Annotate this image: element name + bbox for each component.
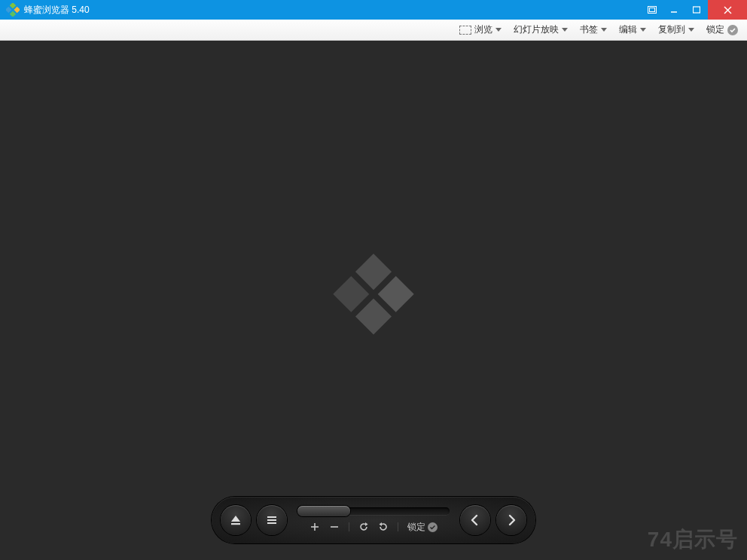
bookmark-menu[interactable]: 书签: [580, 23, 607, 36]
maximize-button[interactable]: [685, 0, 708, 20]
menu-button[interactable]: [257, 505, 287, 535]
previous-button[interactable]: [460, 505, 490, 535]
control-tools: 锁定: [297, 521, 450, 534]
copyto-label: 复制到: [658, 23, 685, 36]
eject-button[interactable]: [221, 505, 251, 535]
svg-rect-1: [14, 7, 20, 13]
close-button[interactable]: [708, 0, 747, 20]
slideshow-menu[interactable]: 幻灯片放映: [514, 23, 568, 36]
next-button[interactable]: [496, 505, 526, 535]
titlebar: 蜂蜜浏览器 5.40: [0, 0, 747, 20]
check-circle-icon: [727, 25, 738, 35]
separator: [398, 522, 398, 531]
toolbar: 浏览 幻灯片放映 书签 编辑 复制到 锁定: [0, 20, 747, 41]
svg-rect-18: [267, 522, 276, 524]
chevron-down-icon: [495, 28, 502, 32]
svg-rect-17: [267, 519, 276, 521]
progress-slider[interactable]: [297, 507, 450, 515]
browse-menu[interactable]: 浏览: [459, 23, 502, 36]
fullscreen-button[interactable]: [642, 0, 663, 20]
chevron-down-icon: [688, 28, 694, 32]
svg-rect-10: [355, 254, 392, 290]
chevron-down-icon: [562, 28, 568, 32]
svg-rect-5: [650, 8, 655, 12]
chevron-down-icon: [601, 28, 607, 32]
edit-label: 编辑: [619, 23, 637, 36]
svg-rect-2: [6, 7, 12, 13]
bookmark-label: 书签: [580, 23, 598, 36]
lock-label-bottom: 锁定: [407, 521, 425, 534]
lock-toggle[interactable]: 锁定: [706, 23, 738, 36]
svg-rect-16: [267, 516, 276, 518]
slideshow-label: 幻灯片放映: [514, 23, 559, 36]
separator: [349, 522, 349, 531]
window-controls: [642, 0, 747, 20]
svg-rect-7: [694, 7, 700, 13]
zoom-out-button[interactable]: [329, 522, 340, 532]
check-circle-icon: [428, 522, 438, 532]
svg-marker-22: [365, 522, 368, 526]
svg-marker-23: [380, 522, 383, 526]
svg-rect-3: [10, 11, 16, 17]
rotate-left-button[interactable]: [358, 522, 369, 532]
lock-toggle-bottom[interactable]: 锁定: [407, 521, 438, 534]
browse-label: 浏览: [474, 23, 492, 36]
svg-rect-15: [231, 523, 240, 525]
lock-label: 锁定: [706, 23, 724, 36]
svg-rect-0: [10, 3, 16, 9]
svg-rect-11: [378, 276, 414, 312]
svg-rect-12: [333, 276, 369, 312]
svg-marker-14: [231, 516, 240, 522]
placeholder-logo-icon: [328, 249, 419, 342]
minimize-button[interactable]: [663, 0, 685, 20]
window-title: 蜂蜜浏览器 5.40: [24, 4, 642, 17]
chevron-down-icon: [640, 28, 646, 32]
control-bar: 锁定: [212, 497, 535, 543]
svg-rect-4: [648, 7, 657, 14]
edit-menu[interactable]: 编辑: [619, 23, 646, 36]
svg-line-9: [724, 7, 731, 14]
selection-icon: [459, 26, 471, 35]
svg-rect-13: [355, 298, 392, 334]
slider-thumb[interactable]: [297, 506, 350, 516]
control-middle: 锁定: [293, 507, 454, 534]
svg-line-8: [724, 7, 731, 14]
copyto-menu[interactable]: 复制到: [658, 23, 694, 36]
rotate-right-button[interactable]: [378, 522, 389, 532]
viewport: 锁定 74启示号: [0, 41, 747, 560]
zoom-in-button[interactable]: [309, 522, 320, 532]
app-logo-icon: [6, 3, 20, 17]
watermark: 74启示号: [648, 525, 738, 554]
